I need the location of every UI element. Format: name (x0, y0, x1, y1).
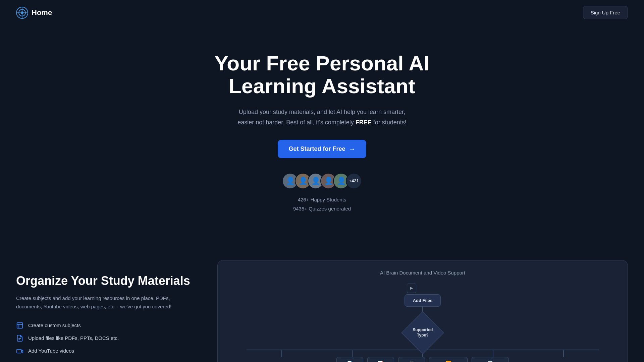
doc-icon: 📝 (378, 361, 383, 362)
leaf-doc: 📝 DOC (367, 357, 394, 362)
video-icon (16, 347, 23, 355)
hero-section: Your Free Personal AI Learning Assistant… (0, 25, 644, 227)
book-icon (16, 322, 23, 329)
logo: Home (16, 7, 52, 19)
stats-students: 426+ Happy Students (7, 195, 637, 204)
features-title: Organize Your Study Materials (16, 274, 197, 288)
notes-node: 🗒️ Custom Notes (472, 357, 509, 362)
avatar-count: +421 (346, 173, 362, 189)
hero-subtitle-text2: for students! (372, 119, 407, 126)
avatar-group: 👤 👤 👤 👤 👤 +421 (7, 173, 637, 189)
svg-rect-5 (17, 323, 23, 328)
epub-node: 📖 EPUB (398, 357, 425, 362)
stats-text: 426+ Happy Students 9435+ Quizzes genera… (7, 195, 637, 213)
list-item: Add YouTube videos (16, 347, 197, 355)
doc-node: 📝 DOC (367, 357, 394, 362)
feature-label: Create custom subjects (28, 322, 81, 328)
hero-free-word: FREE (356, 119, 372, 126)
flowchart: ▶ Add Files SupportedType? (227, 284, 618, 362)
supported-type-node: SupportedType? (401, 311, 444, 354)
logo-text: Home (32, 8, 52, 17)
leaf-notes: 🗒️ Custom Notes (472, 357, 509, 362)
svg-rect-10 (17, 349, 21, 353)
cta-button[interactable]: Get Started for Free → (278, 140, 366, 158)
list-item: Create custom subjects (16, 322, 197, 329)
add-files-node: Add Files (405, 294, 441, 307)
diagram-title: AI Brain Document and Video Support (227, 270, 618, 276)
features-description: Create subjects and add your learning re… (16, 294, 197, 311)
youtube-node: ▶️ YouTube Video (429, 357, 468, 362)
feature-list: Create custom subjects Upload files like… (16, 322, 197, 355)
hero-subtitle: Upload your study materials, and let AI … (235, 107, 409, 127)
features-content: Organize Your Study Materials Create sub… (16, 260, 197, 355)
signup-button[interactable]: Sign Up Free (583, 6, 628, 19)
document-icon (16, 335, 23, 342)
feature-label: Add YouTube videos (28, 348, 74, 354)
diagram-card: AI Brain Document and Video Support ▶ Ad… (217, 260, 628, 362)
pdf-node: 📄 PDF (336, 357, 363, 362)
epub-icon: 📖 (409, 361, 414, 362)
hero-title: Your Free Personal AI Learning Assistant (171, 52, 473, 98)
cta-arrow-icon: → (349, 145, 356, 153)
leaf-epub: 📖 EPUB (398, 357, 425, 362)
leaf-pdf: 📄 PDF (336, 357, 363, 362)
leaf-row: 📄 PDF 📝 DOC 📖 EPUB (227, 357, 618, 362)
logo-icon (16, 7, 28, 19)
cta-label: Get Started for Free (288, 145, 345, 153)
diamond-text: SupportedType? (413, 327, 433, 338)
navbar: Home Sign Up Free (0, 0, 644, 25)
list-item: Upload files like PDFs, PPTs, DOCS etc. (16, 335, 197, 342)
youtube-icon: ▶️ (445, 361, 451, 362)
stats-quizzes: 9435+ Quizzes generated (7, 204, 637, 213)
notes-icon: 🗒️ (487, 361, 493, 362)
pdf-icon: 📄 (347, 361, 353, 362)
diagram-section: AI Brain Document and Video Support ▶ Ad… (217, 260, 628, 362)
bottom-section: Organize Your Study Materials Create sub… (0, 233, 644, 362)
feature-label: Upload files like PDFs, PPTs, DOCS etc. (28, 335, 119, 341)
leaf-youtube: ▶️ YouTube Video (429, 357, 468, 362)
play-badge-icon: ▶ (407, 284, 416, 293)
